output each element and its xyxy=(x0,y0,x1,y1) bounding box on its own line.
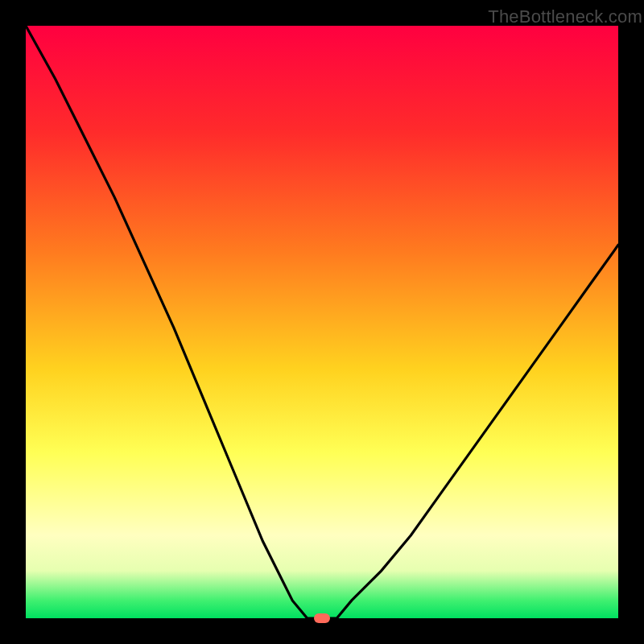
plot-area xyxy=(26,26,618,618)
bottleneck-curve xyxy=(26,26,618,618)
watermark-text: TheBottleneck.com xyxy=(488,6,642,27)
min-point-marker xyxy=(314,613,330,623)
chart-frame: TheBottleneck.com xyxy=(0,0,644,644)
